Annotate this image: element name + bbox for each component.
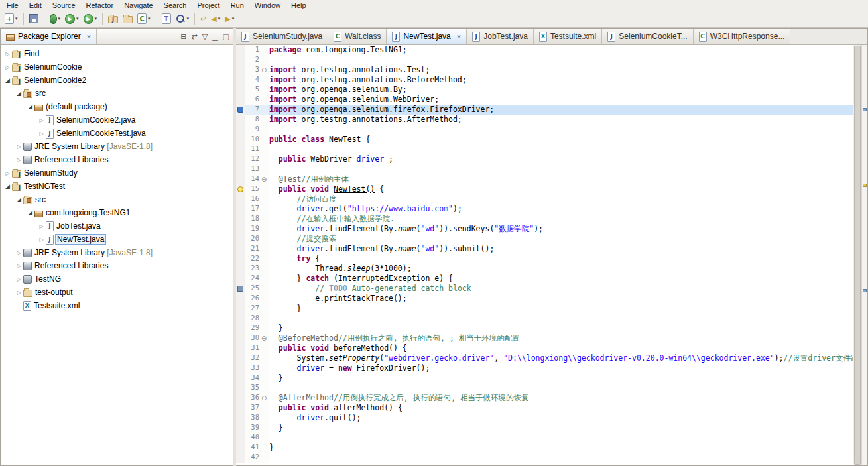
marker-gutter[interactable] bbox=[236, 214, 245, 224]
line-number[interactable]: 34 bbox=[245, 373, 261, 383]
tab-newtest-java[interactable]: JNewTest.java× bbox=[387, 29, 467, 44]
run-button[interactable]: ▶▾ bbox=[63, 11, 81, 26]
tree-item-seleniumcookie[interactable]: ▷SeleniumCookie bbox=[1, 60, 233, 74]
expand-arrow-icon[interactable]: ▷ bbox=[15, 276, 23, 282]
tab-w3chttpresponse[interactable]: CW3CHttpResponse... bbox=[694, 29, 791, 44]
new-wizard-button[interactable]: +▾ bbox=[3, 11, 20, 26]
line-number[interactable]: 31 bbox=[245, 343, 261, 353]
code-text[interactable]: //在输入框中输入数据学院. bbox=[269, 214, 853, 224]
code-text[interactable] bbox=[269, 433, 853, 443]
line-number[interactable]: 27 bbox=[245, 304, 261, 314]
code-text[interactable]: driver = new FirefoxDriver(); bbox=[269, 363, 853, 373]
menu-project[interactable]: Project bbox=[192, 1, 225, 10]
forward-button[interactable]: ▶▾ bbox=[223, 11, 236, 26]
marker-gutter[interactable] bbox=[236, 323, 245, 333]
code-text[interactable]: } bbox=[269, 423, 853, 433]
line-number[interactable]: 30 bbox=[245, 333, 261, 343]
overview-mark[interactable] bbox=[863, 289, 867, 292]
new-class-button[interactable]: C▾ bbox=[135, 11, 153, 26]
menu-run[interactable]: Run bbox=[225, 1, 249, 10]
marker-gutter[interactable] bbox=[236, 413, 245, 423]
marker-gutter[interactable] bbox=[236, 85, 245, 95]
package-explorer-tab[interactable]: Package Explorer × bbox=[1, 29, 97, 44]
line-number[interactable]: 35 bbox=[245, 383, 261, 393]
line-number[interactable]: 6 bbox=[245, 95, 261, 105]
expand-arrow-icon[interactable]: ▷ bbox=[15, 157, 23, 163]
line-number[interactable]: 11 bbox=[245, 145, 261, 154]
marker-gutter[interactable] bbox=[236, 154, 245, 164]
code-text[interactable]: @Test//用例的主体 bbox=[269, 174, 853, 184]
code-text[interactable]: try { bbox=[269, 254, 853, 264]
menu-navigate[interactable]: Navigate bbox=[119, 1, 158, 10]
code-text[interactable]: package com.longxiong.TestNG1; bbox=[269, 45, 853, 55]
code-text[interactable]: public void beforeMethod() { bbox=[269, 343, 853, 353]
marker-gutter[interactable] bbox=[236, 65, 245, 75]
code-text[interactable]: //提交搜索 bbox=[269, 234, 853, 244]
open-type-button[interactable]: T bbox=[160, 11, 173, 26]
dropdown-arrow-icon[interactable]: ▾ bbox=[187, 16, 190, 21]
code-text[interactable]: import org.openqa.selenium.WebDriver; bbox=[269, 95, 853, 105]
task-marker-icon[interactable] bbox=[237, 286, 243, 292]
marker-gutter[interactable] bbox=[236, 274, 245, 284]
line-number[interactable]: 28 bbox=[245, 314, 261, 323]
dropdown-arrow-icon[interactable]: ▾ bbox=[15, 16, 18, 21]
tree-item-test-output[interactable]: ▷test-output bbox=[1, 286, 233, 299]
marker-gutter[interactable] bbox=[236, 164, 245, 174]
tree-item-testng[interactable]: ▷TestNG bbox=[1, 272, 233, 286]
code-text[interactable] bbox=[269, 145, 853, 154]
line-number[interactable]: 14 bbox=[245, 174, 261, 184]
maximize-icon[interactable]: ▢ bbox=[223, 32, 229, 41]
dropdown-arrow-icon[interactable]: ▾ bbox=[148, 16, 151, 21]
line-number[interactable]: 7 bbox=[245, 105, 261, 115]
expand-arrow-icon[interactable]: ▷ bbox=[37, 237, 46, 243]
marker-gutter[interactable] bbox=[236, 423, 245, 433]
fold-toggle-icon[interactable]: ⊖ bbox=[261, 174, 269, 184]
code-text[interactable]: driver.findElement(By.name("wd")).submit… bbox=[269, 244, 853, 254]
marker-gutter[interactable] bbox=[236, 343, 245, 353]
tree-item-com-longxiong-testng1[interactable]: ◢com.longxiong.TestNG1 bbox=[1, 206, 233, 219]
line-number[interactable]: 1 bbox=[245, 45, 261, 55]
code-text[interactable]: Thread.sleep(3*1000); bbox=[269, 264, 853, 274]
marker-gutter[interactable] bbox=[236, 294, 245, 304]
dropdown-arrow-icon[interactable]: ▾ bbox=[218, 16, 221, 21]
tree-item-default-package[interactable]: ◢(default package) bbox=[1, 100, 233, 113]
code-text[interactable]: public WebDriver driver ; bbox=[269, 154, 853, 164]
tree-item-seleniumstudy[interactable]: ▷SeleniumStudy bbox=[1, 166, 233, 180]
marker-gutter[interactable] bbox=[236, 264, 245, 274]
marker-gutter[interactable] bbox=[236, 314, 245, 323]
external-tools-button[interactable]: ▶▾ bbox=[82, 11, 99, 26]
marker-gutter[interactable] bbox=[236, 194, 245, 204]
expand-arrow-icon[interactable]: ▷ bbox=[15, 250, 23, 256]
new-package-button[interactable] bbox=[121, 11, 135, 26]
line-number[interactable]: 36 bbox=[245, 393, 261, 403]
code-text[interactable]: import org.testng.annotations.Test; bbox=[269, 65, 853, 75]
marker-gutter[interactable] bbox=[236, 184, 245, 194]
expand-arrow-icon[interactable]: ▷ bbox=[15, 290, 23, 296]
expand-arrow-icon[interactable]: ▷ bbox=[37, 131, 46, 137]
line-number[interactable]: 9 bbox=[245, 125, 261, 135]
fold-toggle-icon[interactable]: ⊖ bbox=[261, 65, 269, 75]
marker-gutter[interactable] bbox=[236, 373, 245, 383]
overview-mark[interactable] bbox=[863, 184, 867, 187]
code-text[interactable]: } catch (InterruptedException e) { bbox=[269, 274, 853, 284]
line-number[interactable]: 15 bbox=[245, 184, 261, 194]
line-number[interactable]: 12 bbox=[245, 154, 261, 164]
dropdown-arrow-icon[interactable]: ▾ bbox=[95, 16, 97, 21]
menu-edit[interactable]: Edit bbox=[24, 1, 47, 10]
quickfix-marker-icon[interactable] bbox=[237, 186, 243, 192]
overview-ruler[interactable] bbox=[861, 45, 867, 465]
code-text[interactable]: } bbox=[269, 323, 853, 333]
expand-arrow-icon[interactable]: ▷ bbox=[37, 223, 46, 229]
code-text[interactable]: import org.testng.annotations.BeforeMeth… bbox=[269, 75, 853, 85]
code-text[interactable]: @BeforeMethod//用例执行之前, 执行的语句, ; 相当于环境的配置 bbox=[269, 333, 853, 343]
search-button[interactable]: ▾ bbox=[174, 11, 192, 26]
menu-help[interactable]: Help bbox=[286, 1, 312, 10]
collapse-arrow-icon[interactable]: ◢ bbox=[15, 196, 23, 203]
marker-gutter[interactable] bbox=[236, 95, 245, 105]
collapse-arrow-icon[interactable]: ◢ bbox=[26, 103, 34, 110]
code-text[interactable]: @AfterMethod//用例执行完成之后, 执行的语句, 相当于做环境的恢复 bbox=[269, 393, 853, 403]
marker-gutter[interactable] bbox=[236, 393, 245, 403]
collapse-arrow-icon[interactable]: ◢ bbox=[3, 183, 12, 190]
marker-gutter[interactable] bbox=[236, 244, 245, 254]
tree-item-src[interactable]: ◢src bbox=[1, 193, 233, 206]
